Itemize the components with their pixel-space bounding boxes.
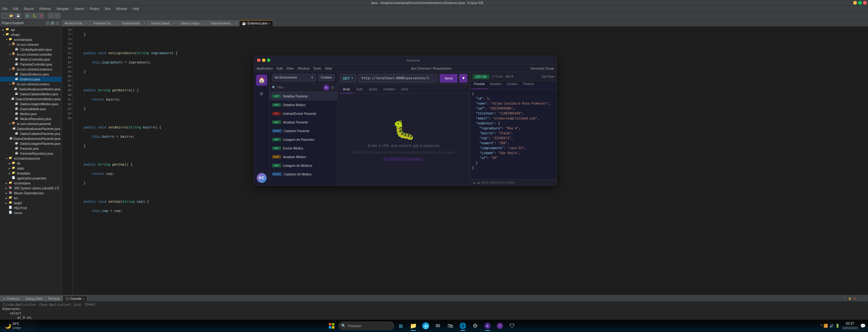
- toolbar-run[interactable]: ▶: [25, 13, 31, 19]
- tab-auth[interactable]: Auth: [353, 85, 366, 93]
- tree-db[interactable]: ▶ 📁 db: [0, 161, 62, 166]
- user-avatar[interactable]: KC: [257, 173, 267, 183]
- tree-dados-cad-pac[interactable]: ☕ DadosCadastroPaciente.java: [0, 131, 62, 136]
- tree-especialidade[interactable]: ☕ Especialidade.java: [0, 107, 62, 111]
- menu-search[interactable]: Search: [73, 6, 85, 11]
- tree-medico-java[interactable]: ☕ Medico.java: [0, 111, 62, 116]
- list-item[interactable]: GET Atualizar Paciente: [270, 118, 337, 126]
- minimize-button[interactable]: [853, 1, 857, 5]
- filter-input[interactable]: [277, 86, 322, 89]
- tree-dados-atz-medico[interactable]: ☕ DadosAtualizacaoMedico.java: [0, 87, 62, 92]
- insomnia-menu-application[interactable]: Application: [256, 66, 273, 70]
- tree-target[interactable]: ▶ 📁 target: [0, 201, 62, 206]
- tab-body[interactable]: Body: [340, 85, 353, 93]
- menu-window[interactable]: Window: [115, 6, 128, 11]
- insomnia-menu-tools[interactable]: Tools: [313, 66, 321, 70]
- taskbar-clock[interactable]: 02:57 02/03/2023: [842, 321, 858, 330]
- tree-jre[interactable]: ▶ 📚 JRE System Library [JavaSE-17]: [0, 186, 62, 190]
- tree-paciente-ctrl[interactable]: ☕ PacienteController.java: [0, 62, 62, 67]
- file-tab-medico-close[interactable]: ×: [86, 22, 87, 25]
- taskbar-app-insomnia[interactable]: I: [494, 320, 505, 331]
- console-maximize-btn[interactable]: □: [862, 296, 867, 300]
- file-tab-dados-list[interactable]: DadosListage... ×: [178, 20, 208, 26]
- response-content[interactable]: { "id": 1, "nome": "Vilma Cassimiro Rosa…: [470, 89, 557, 179]
- tree-medico-repo[interactable]: ☕ MedicoRepository.java: [0, 116, 62, 121]
- file-tab-paciente[interactable]: PacienteCon... ×: [90, 20, 119, 26]
- file-tab-paciente-close[interactable]: ×: [115, 22, 116, 25]
- tree-pkg-controller[interactable]: ▼ 📦 br.com.clinimed.controller: [0, 52, 62, 57]
- tree-medico-ctrl[interactable]: ☕ MedicoController.java: [0, 57, 62, 62]
- collapse-all-icon[interactable]: ⟨: [45, 21, 50, 25]
- list-item[interactable]: POST Cadastro de Médico: [270, 170, 337, 179]
- list-item[interactable]: PUT Atualizar Médico: [270, 153, 337, 161]
- tree-templates[interactable]: ▶ 📁 templates: [0, 171, 62, 176]
- file-tab-endereco-close[interactable]: ×: [269, 22, 270, 25]
- tree-static[interactable]: ▶ 📁 static: [0, 166, 62, 171]
- method-select[interactable]: GET ▼: [340, 74, 356, 83]
- tab-query[interactable]: Query: [366, 85, 380, 93]
- nav-home-btn[interactable]: 🏠: [256, 74, 267, 86]
- file-tab-dados-end[interactable]: DadosEnderec... ×: [208, 20, 240, 26]
- tree-endereco-java[interactable]: ☕ Endereco.java: [0, 77, 62, 82]
- more-options-icon[interactable]: ⚙: [331, 85, 335, 90]
- menu-project[interactable]: Project: [89, 6, 100, 11]
- close-button[interactable]: [863, 1, 867, 5]
- notification-icon[interactable]: 💬: [860, 323, 866, 328]
- console-close-icon[interactable]: ×: [83, 297, 84, 300]
- tray-up-icon[interactable]: ^: [820, 324, 822, 328]
- taskbar-app-edge[interactable]: e: [420, 320, 431, 331]
- file-tab-dados-det[interactable]: DadosDetath... ×: [119, 20, 148, 26]
- toolbar-back[interactable]: ←: [48, 13, 54, 19]
- taskbar-app-mail[interactable]: ✉: [432, 320, 443, 331]
- add-request-btn[interactable]: +: [323, 85, 330, 91]
- volume-icon[interactable]: 🔊: [829, 324, 834, 328]
- tree-src[interactable]: ▶ 📁 src: [0, 195, 62, 201]
- list-item[interactable]: GET Excluir Médico: [270, 144, 337, 153]
- tab-problems[interactable]: ⚠ Problems: [0, 296, 23, 301]
- tree-maven[interactable]: ▶ 📚 Maven Dependencies: [0, 190, 62, 195]
- menu-navigate[interactable]: Navigate: [55, 6, 70, 11]
- file-tab-medico[interactable]: MedicoContr... ×: [62, 20, 90, 26]
- tree-src-test[interactable]: ▶ 📁 src/test/java: [0, 181, 62, 186]
- file-tab-dados-list-close[interactable]: ×: [203, 22, 205, 25]
- toolbar-open[interactable]: 📂: [8, 13, 14, 19]
- send-dropdown-btn[interactable]: ▼: [459, 74, 467, 83]
- tree-pkg-medico[interactable]: ▼ 📦 br.com.clinimed.medico: [0, 82, 62, 87]
- tree-pkg-paciente[interactable]: ▼ 📦 br.com.clinimed.paciente: [0, 121, 62, 126]
- file-tab-dados-cad[interactable]: DadosCadast... ×: [148, 20, 178, 26]
- menu-file[interactable]: File: [1, 6, 9, 11]
- toolbar-save[interactable]: 💾: [15, 13, 21, 19]
- network-icon[interactable]: 📶: [824, 324, 828, 328]
- file-tab-endereco[interactable]: ☕ Endereco.java ×: [239, 20, 273, 26]
- view-menu-icon[interactable]: ⋮: [55, 21, 60, 25]
- tree-src-main[interactable]: ▼ 📁 src/main/java: [0, 37, 62, 42]
- tree-dados-list-pac[interactable]: ☕ DadosListagemPaciente.java: [0, 141, 62, 146]
- toolbar-stop[interactable]: ■: [38, 13, 44, 19]
- taskbar-app-store[interactable]: 🛍: [445, 320, 456, 331]
- tree-paciente-java[interactable]: ☕ Paciente.java: [0, 146, 62, 151]
- maximize-button[interactable]: [858, 1, 862, 5]
- taskbar-app-eclipse[interactable]: e: [482, 320, 493, 331]
- file-tab-dados-end-close[interactable]: ×: [235, 22, 236, 25]
- menu-edit[interactable]: Edit: [12, 6, 20, 11]
- tab-docs[interactable]: Docs: [398, 85, 411, 93]
- menu-source[interactable]: Source: [23, 6, 35, 11]
- tree-paciente-repo[interactable]: ☕ PacienteRepository.java: [0, 151, 62, 156]
- list-item[interactable]: DEL Inativar/Excluir Paciente: [270, 109, 337, 118]
- list-item[interactable]: GET Detalhar Paciente: [270, 92, 337, 100]
- taskbar-start-btn[interactable]: [326, 320, 337, 331]
- resp-tab-cookies[interactable]: Cookies: [504, 82, 520, 89]
- tree-dados-det-medico[interactable]: ☕ DadosDetalhamentoMedico.java: [0, 96, 62, 101]
- tab-console[interactable]: ⬛ Console ×: [62, 296, 87, 301]
- resp-tab-preview[interactable]: Preview: [471, 82, 488, 89]
- tree-pkg-endereco[interactable]: ▼ 📦 br.com.clinimed.endereco: [0, 67, 62, 72]
- env-selector[interactable]: No Environment ▼: [272, 73, 316, 82]
- tree-api[interactable]: ▶ 📁 api: [0, 27, 62, 32]
- tab-terminal[interactable]: Terminal: [45, 296, 62, 301]
- insomnia-menu-edit[interactable]: Edit: [277, 66, 283, 70]
- insomnia-menu-help[interactable]: Help: [325, 66, 332, 70]
- taskbar-task-view[interactable]: ⊞: [395, 320, 406, 331]
- toolbar-new[interactable]: ⬛: [1, 13, 7, 19]
- url-input[interactable]: [358, 74, 438, 83]
- menu-help[interactable]: Help: [131, 6, 141, 11]
